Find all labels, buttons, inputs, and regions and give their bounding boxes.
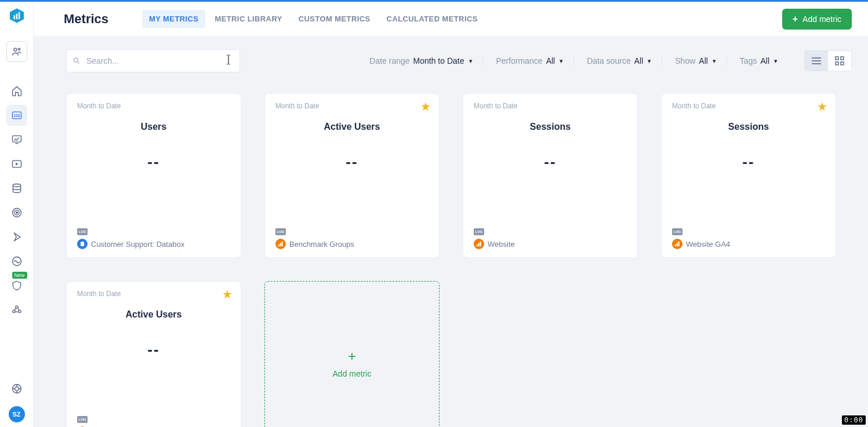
metrics-grid: Month to Date Users -- LOG Customer Supp… bbox=[66, 93, 852, 427]
header: Metrics MY METRICS METRIC LIBRARY CUSTOM… bbox=[34, 2, 868, 37]
sidebar-item-metrics[interactable]: 123 bbox=[6, 105, 27, 126]
sidebar-item-dashboards[interactable] bbox=[6, 129, 27, 150]
filter-show[interactable]: Show All ▾ bbox=[675, 56, 727, 65]
sidebar-item-insights[interactable] bbox=[6, 251, 27, 272]
log-icon: LOG bbox=[77, 416, 88, 423]
source-name: Benchmark Groups bbox=[289, 240, 354, 249]
timer-badge: 0:00 bbox=[842, 415, 866, 425]
svg-rect-26 bbox=[81, 242, 84, 246]
filter-data-source[interactable]: Data source All ▾ bbox=[587, 56, 662, 65]
metric-card[interactable]: Month to Date ★ Sessions -- LOG Website … bbox=[661, 93, 836, 258]
filter-value: All bbox=[760, 56, 769, 65]
grid-view-button[interactable] bbox=[828, 51, 851, 71]
chevron-down-icon: ▾ bbox=[713, 57, 716, 65]
chevron-down-icon: ▾ bbox=[774, 57, 778, 65]
page-title: Metrics bbox=[64, 12, 108, 27]
card-period: Month to Date bbox=[77, 102, 230, 110]
source-icon bbox=[672, 239, 682, 249]
add-metric-card-label: Add metric bbox=[333, 369, 372, 378]
svg-point-14 bbox=[16, 212, 17, 214]
source-name: Customer Support: Databox bbox=[91, 240, 184, 249]
svg-rect-1 bbox=[13, 15, 15, 19]
log-icon: LOG bbox=[275, 228, 286, 235]
sidebar-item-reports[interactable] bbox=[6, 154, 27, 174]
metric-card[interactable]: Month to Date Users -- LOG Customer Supp… bbox=[66, 93, 241, 258]
card-period: Month to Date bbox=[77, 290, 230, 298]
svg-point-16 bbox=[15, 306, 17, 308]
filter-date-range[interactable]: Date range Month to Date ▾ bbox=[369, 56, 483, 65]
list-view-button[interactable] bbox=[805, 51, 828, 71]
toolbar: Date range Month to Date ▾ Performance A… bbox=[66, 49, 852, 72]
metric-card[interactable]: Month to Date Sessions -- LOG Website bbox=[463, 93, 638, 258]
svg-rect-2 bbox=[16, 14, 17, 20]
add-metric-card[interactable]: + Add metric bbox=[264, 281, 440, 427]
svg-point-21 bbox=[74, 58, 78, 62]
star-icon[interactable]: ★ bbox=[420, 100, 431, 114]
svg-marker-10 bbox=[16, 163, 18, 166]
card-value: -- bbox=[275, 153, 428, 171]
search-icon bbox=[72, 57, 81, 65]
chevron-down-icon: ▾ bbox=[560, 57, 563, 65]
svg-point-4 bbox=[14, 48, 17, 51]
card-title: Active Users bbox=[77, 309, 230, 320]
sidebar-item-profile[interactable] bbox=[6, 41, 27, 62]
svg-point-20 bbox=[14, 387, 19, 391]
svg-rect-28 bbox=[280, 243, 281, 246]
new-badge: New bbox=[12, 272, 27, 279]
plus-icon: + bbox=[348, 348, 356, 364]
metric-card[interactable]: Month to Date ★ Active Users -- LOG Benc… bbox=[264, 93, 440, 258]
svg-rect-31 bbox=[478, 243, 480, 246]
svg-rect-22 bbox=[836, 57, 838, 60]
svg-rect-23 bbox=[841, 57, 844, 60]
plus-icon: + bbox=[793, 14, 798, 24]
svg-rect-24 bbox=[836, 62, 838, 65]
card-value: -- bbox=[77, 153, 230, 171]
svg-rect-33 bbox=[675, 244, 676, 246]
tab-calculated-metrics[interactable]: CALCULATED METRICS bbox=[380, 10, 485, 28]
filter-value: Month to Date bbox=[413, 56, 464, 65]
filter-label: Show bbox=[675, 56, 695, 65]
svg-point-5 bbox=[18, 48, 20, 50]
sidebar-item-goals[interactable] bbox=[6, 202, 27, 223]
sidebar-item-team[interactable] bbox=[6, 300, 27, 320]
card-title: Users bbox=[77, 122, 230, 132]
source-icon bbox=[275, 239, 286, 249]
filter-value: All bbox=[699, 56, 708, 65]
sidebar: 123 New SZ bbox=[0, 2, 34, 427]
sidebar-item-notifications[interactable] bbox=[6, 227, 27, 247]
tab-metric-library[interactable]: METRIC LIBRARY bbox=[208, 10, 289, 28]
log-icon: LOG bbox=[77, 228, 88, 235]
card-period: Month to Date bbox=[672, 102, 825, 110]
add-metric-button[interactable]: + Add metric bbox=[782, 9, 852, 30]
filter-tags[interactable]: Tags All ▾ bbox=[740, 56, 788, 65]
tab-my-metrics[interactable]: MY METRICS bbox=[142, 10, 205, 28]
source-icon bbox=[77, 239, 88, 249]
svg-rect-35 bbox=[678, 242, 680, 246]
tab-custom-metrics[interactable]: CUSTOM METRICS bbox=[292, 10, 377, 28]
chevron-down-icon: ▾ bbox=[469, 57, 473, 65]
card-value: -- bbox=[77, 341, 230, 359]
sidebar-item-help[interactable] bbox=[6, 378, 27, 399]
card-title: Sessions bbox=[474, 122, 627, 132]
sidebar-item-home[interactable] bbox=[6, 81, 27, 101]
metric-card[interactable]: Month to Date ★ Active Users -- LOG Help… bbox=[66, 281, 241, 427]
sidebar-item-data[interactable] bbox=[6, 178, 27, 199]
filter-label: Date range bbox=[369, 56, 409, 65]
view-switch bbox=[804, 50, 852, 71]
source-name: Website bbox=[488, 240, 515, 249]
avatar[interactable]: SZ bbox=[9, 406, 25, 422]
svg-rect-32 bbox=[480, 242, 481, 246]
sidebar-item-shield[interactable]: New bbox=[6, 275, 27, 296]
search-input[interactable] bbox=[85, 56, 234, 66]
filter-performance[interactable]: Performance All ▾ bbox=[496, 56, 575, 65]
star-icon[interactable]: ★ bbox=[222, 287, 233, 301]
add-metric-label: Add metric bbox=[802, 14, 841, 24]
log-icon: LOG bbox=[474, 228, 484, 235]
star-icon[interactable]: ★ bbox=[817, 100, 827, 114]
card-source: Customer Support: Databox bbox=[77, 239, 230, 249]
search-box[interactable] bbox=[66, 49, 240, 72]
card-period: Month to Date bbox=[275, 102, 428, 110]
svg-rect-34 bbox=[677, 243, 678, 246]
card-value: -- bbox=[474, 153, 627, 171]
source-name: Website GA4 bbox=[686, 240, 730, 249]
